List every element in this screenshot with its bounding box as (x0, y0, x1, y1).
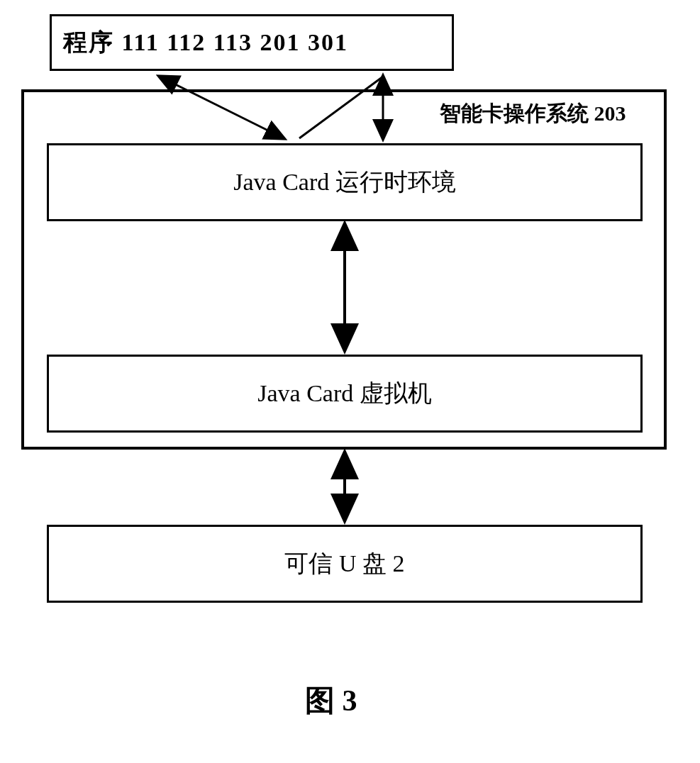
usb-box: 可信 U 盘 2 (47, 525, 643, 603)
figure-caption: 图 3 (305, 681, 357, 720)
usb-text: 可信 U 盘 2 (284, 547, 404, 580)
programs-box: 程序 111 112 113 201 301 (50, 14, 454, 71)
vm-box: Java Card 虚拟机 (47, 355, 643, 433)
runtime-text: Java Card 运行时环境 (233, 166, 456, 199)
runtime-box: Java Card 运行时环境 (47, 143, 643, 221)
os-label: 智能卡操作系统 203 (440, 99, 626, 128)
vm-text: Java Card 虚拟机 (257, 377, 432, 410)
programs-text: 程序 111 112 113 201 301 (63, 26, 348, 59)
